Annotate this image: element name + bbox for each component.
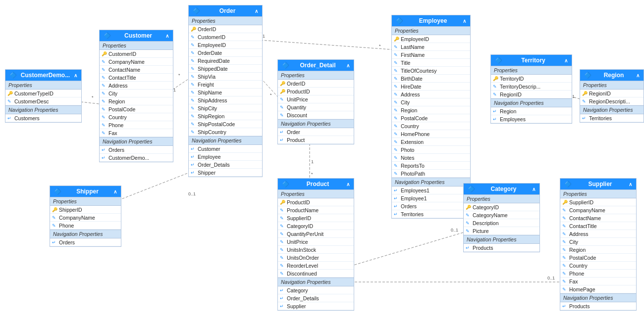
expand-region[interactable]: ∧ — [636, 73, 640, 78]
field-ShipperID: 🔑ShipperID — [50, 206, 121, 214]
field-Phone-sh: ✎Phone — [50, 222, 121, 230]
edit-o11: ✎ — [191, 114, 195, 119]
key-icon-od2: 🔑 — [280, 89, 285, 94]
entity-title-product: Product — [307, 181, 329, 187]
edit-icon-c7: ✎ — [102, 107, 106, 112]
field-CustomerDesc: ✎CustomerDesc — [5, 97, 81, 105]
expand-order[interactable]: ∧ — [255, 8, 258, 14]
section-props-orderDetail: Properties — [278, 71, 354, 80]
edit-o4: ✎ — [191, 58, 195, 63]
key-icon-t: 🔑 — [493, 76, 498, 81]
field-Discount-od: ✎Discount — [278, 111, 354, 119]
field-ReportsTo: ✎ReportsTo — [392, 162, 470, 170]
field-OrderID-od: 🔑OrderID — [278, 80, 354, 88]
edit-o13: ✎ — [191, 130, 195, 135]
field-CustomerID: 🔑CustomerID — [100, 50, 173, 58]
entity-icon-category: 🔷 — [468, 186, 475, 192]
field-Address-sup: ✎Address — [560, 230, 636, 238]
field-Region-t-nav: ↵Region — [491, 107, 572, 115]
field-PostalCode-sup: ✎PostalCode — [560, 254, 636, 262]
expand-territory[interactable]: ∧ — [564, 58, 568, 63]
field-ShipVia: ✎ShipVia — [189, 73, 262, 81]
edit-e3: ✎ — [394, 60, 398, 65]
svg-text:0..1: 0..1 — [188, 191, 196, 196]
field-CustomerDemo-nav: ↵CustomerDemo... — [100, 154, 173, 162]
expand-product[interactable]: ∧ — [346, 182, 350, 187]
edit-p6: ✎ — [280, 247, 284, 252]
expand-customerDemo[interactable]: ∧ — [74, 73, 77, 78]
edit-o6: ✎ — [191, 74, 195, 79]
edit-e10: ✎ — [394, 116, 398, 121]
svg-text:1: 1 — [572, 94, 575, 99]
expand-supplier[interactable]: ∧ — [629, 182, 632, 187]
entity-supplier: 🔷 Supplier ∧ Properties 🔑SupplierID ✎Com… — [560, 178, 637, 311]
entity-header-order: 🔷 Order ∧ — [189, 5, 262, 16]
svg-text:*: * — [379, 44, 381, 48]
entity-icon-territory: 🔷 — [495, 57, 502, 64]
edit-p3: ✎ — [280, 224, 284, 229]
edit-o2: ✎ — [191, 43, 195, 47]
field-Employees-t-nav: ↵Employees — [491, 115, 572, 123]
edit-icon-c9: ✎ — [102, 123, 106, 128]
field-HomePhone: ✎HomePhone — [392, 130, 470, 138]
nav-e4: ↵ — [394, 212, 398, 217]
edit-e7: ✎ — [394, 92, 398, 97]
field-PostalCode-e: ✎PostalCode — [392, 114, 470, 122]
edit-p8: ✎ — [280, 263, 284, 268]
expand-employee[interactable]: ∧ — [463, 18, 466, 24]
field-Region-c: ✎Region — [100, 97, 173, 105]
entity-icon-customer: 🔷 — [104, 32, 111, 39]
edit-p7: ✎ — [280, 255, 284, 260]
svg-line-26 — [347, 233, 463, 267]
field-Picture: ✎Picture — [464, 227, 539, 235]
section-nav-region: Navigation Properties — [580, 105, 644, 114]
svg-line-12 — [253, 40, 391, 49]
edit-cat2: ✎ — [466, 221, 470, 226]
field-Supplier-p-nav: ↵Supplier — [278, 302, 354, 310]
field-Address-e: ✎Address — [392, 91, 470, 98]
entity-product: 🔷 Product ∧ Properties 🔑ProductID ✎Produ… — [277, 178, 354, 311]
field-BirthDate: ✎BirthDate — [392, 75, 470, 83]
field-CompanyName-sh: ✎CompanyName — [50, 214, 121, 222]
entity-header-region: 🔷 Region ∧ — [580, 70, 644, 81]
nav-e3: ↵ — [394, 204, 398, 209]
field-UnitsInStock: ✎UnitsInStock — [278, 246, 354, 254]
nav-icon: ↵ — [7, 116, 11, 121]
key-icon-od1: 🔑 — [280, 81, 285, 86]
section-nav-shipper: Navigation Properties — [50, 230, 121, 238]
edit-icon: ✎ — [7, 99, 11, 104]
expand-shipper[interactable]: ∧ — [113, 189, 117, 194]
edit-e12: ✎ — [394, 132, 398, 137]
svg-text:*: * — [92, 95, 94, 100]
edit-r1: ✎ — [582, 99, 586, 104]
entity-customerDemo: 🔷 CustomerDemo... ∧ Properties 🔑Customer… — [5, 69, 82, 123]
field-Category-p-nav: ↵Category — [278, 286, 354, 294]
edit-od2: ✎ — [280, 105, 284, 110]
svg-text:0..1: 0..1 — [451, 228, 458, 233]
field-EmployeeID-o: ✎EmployeeID — [189, 41, 262, 49]
expand-customer[interactable]: ∧ — [165, 33, 169, 39]
entity-icon-customerDemo: 🔷 — [9, 72, 17, 79]
edit-icon-c4: ✎ — [102, 83, 106, 88]
edit-icon-c2: ✎ — [102, 67, 106, 72]
field-OrderDetails-o-nav: ↵Order_Details — [189, 161, 262, 169]
section-nav-customerDemo: Navigation Properties — [5, 105, 81, 114]
edit-o9: ✎ — [191, 98, 195, 103]
field-CustomerID-o: ✎CustomerID — [189, 33, 262, 41]
field-Notes: ✎Notes — [392, 154, 470, 162]
edit-od1: ✎ — [280, 97, 284, 102]
nav-p1: ↵ — [280, 288, 284, 293]
field-Country-sup: ✎Country — [560, 262, 636, 270]
edit-p5: ✎ — [280, 239, 284, 244]
edit-e2: ✎ — [394, 52, 398, 57]
section-props-customer: Properties — [100, 41, 173, 50]
nav-icon-c2: ↵ — [102, 155, 106, 160]
expand-category[interactable]: ∧ — [532, 187, 536, 192]
field-Freight: ✎Freight — [189, 81, 262, 89]
edit-sup6: ✎ — [562, 247, 566, 252]
edit-o7: ✎ — [191, 82, 195, 87]
expand-orderDetail[interactable]: ∧ — [346, 63, 350, 68]
entity-icon-region: 🔷 — [584, 72, 591, 79]
entity-icon-shipper: 🔷 — [54, 188, 61, 195]
nav-e2: ↵ — [394, 196, 398, 201]
